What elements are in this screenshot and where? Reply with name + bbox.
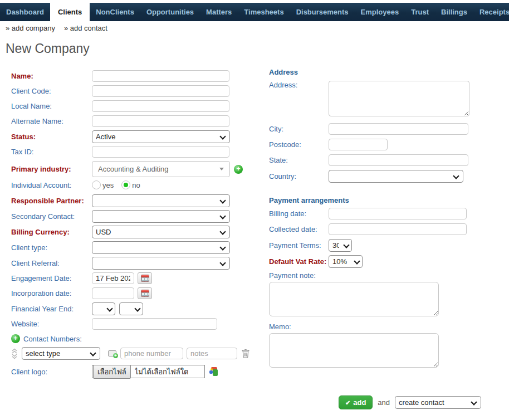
- postcode-input[interactable]: [329, 139, 388, 150]
- name-input[interactable]: [92, 70, 229, 82]
- tab-dashboard[interactable]: Dashboard: [0, 3, 50, 21]
- billing-date-label: Billing date:: [269, 209, 329, 218]
- collected-date-label: Collected date:: [269, 225, 329, 233]
- breadcrumb: » add company » add contact: [6, 24, 107, 32]
- add-phone-icon[interactable]: [108, 350, 116, 356]
- address-label: Address:: [269, 81, 329, 89]
- country-select[interactable]: [329, 170, 463, 183]
- alternate-name-input[interactable]: [92, 115, 229, 127]
- client-logo-file-input[interactable]: เลือกไฟล์ ไม่ได้เลือกไฟล์ใด: [92, 365, 205, 378]
- city-input[interactable]: [329, 123, 468, 135]
- reorder-handle-icon[interactable]: [11, 348, 18, 359]
- delete-phone-icon[interactable]: [242, 349, 249, 358]
- choose-file-button[interactable]: เลือกไฟล์: [93, 365, 131, 379]
- vat-rate-select[interactable]: 10%: [329, 255, 363, 268]
- check-icon: [345, 398, 350, 407]
- engagement-date-label: Engagement Date:: [11, 274, 92, 282]
- tab-billings[interactable]: Billings: [435, 3, 473, 21]
- alternate-name-row: Alternate Name:: [11, 115, 265, 127]
- default-vat-rate-row: Default Vat Rate: 10%: [269, 255, 506, 268]
- payment-note-textarea[interactable]: [269, 282, 439, 316]
- incorporation-date-input[interactable]: [92, 287, 134, 299]
- add-contact-link[interactable]: » add contact: [64, 24, 107, 32]
- phone-notes-input[interactable]: [187, 348, 237, 359]
- website-row: Website:: [11, 318, 265, 330]
- responsible-partner-label: Responsible Partner:: [11, 197, 92, 205]
- client-code-input[interactable]: [92, 85, 229, 97]
- add-company-link[interactable]: » add company: [6, 24, 55, 32]
- address-textarea[interactable]: [329, 81, 469, 116]
- tab-disbursements[interactable]: Disbursements: [290, 3, 355, 21]
- left-form-column: Name: Client Code: Local Name: Alternate…: [11, 70, 265, 382]
- individual-account-no-radio[interactable]: [121, 180, 130, 189]
- client-referral-row: Client Referral:: [11, 257, 265, 270]
- tab-nonclients[interactable]: NonClients: [90, 3, 140, 21]
- tab-clients[interactable]: Clients: [50, 3, 90, 21]
- local-name-row: Local Name:: [11, 100, 265, 112]
- add-contact-number-button[interactable]: [11, 334, 20, 343]
- billing-currency-select[interactable]: USD: [92, 226, 230, 238]
- primary-industry-label: Primary industry:: [11, 165, 92, 173]
- engagement-date-row: Engagement Date:: [11, 272, 265, 284]
- primary-industry-combobox[interactable]: Accounting & Auditing: [92, 161, 230, 177]
- after-add-action-select[interactable]: create contact: [395, 396, 481, 409]
- status-row: Status: Active: [11, 130, 265, 143]
- incorporation-calendar-button[interactable]: [138, 287, 152, 299]
- state-label: State:: [269, 156, 329, 164]
- tab-trust[interactable]: Trust: [405, 3, 435, 21]
- secondary-contact-select[interactable]: [92, 210, 230, 223]
- and-text: and: [378, 398, 390, 407]
- phone-type-select-wrap: select type: [22, 347, 100, 360]
- local-name-input[interactable]: [92, 100, 229, 112]
- status-select[interactable]: Active: [92, 130, 230, 143]
- phone-number-input[interactable]: [120, 348, 183, 359]
- payment-terms-row: Payment Terms: 30: [269, 239, 506, 252]
- client-type-select[interactable]: [92, 241, 230, 254]
- collected-date-input[interactable]: [329, 223, 467, 235]
- contact-numbers-header: Contact Numbers:: [11, 334, 265, 343]
- memo-textarea[interactable]: [269, 333, 439, 368]
- fy-day-select[interactable]: [92, 302, 115, 315]
- memo-label: Memo:: [269, 323, 506, 331]
- mini-plus-icon: [113, 353, 118, 358]
- tab-opportunities[interactable]: Opportunities: [140, 3, 200, 21]
- primary-industry-row: Primary industry: Accounting & Auditing: [11, 161, 265, 177]
- individual-account-label: Individual Account:: [11, 181, 92, 189]
- address-row: Address:: [269, 81, 506, 116]
- tab-receipts[interactable]: Receipts: [473, 3, 509, 21]
- engagement-date-input[interactable]: [92, 272, 134, 284]
- address-section-header: Address: [269, 68, 506, 76]
- state-input[interactable]: [329, 154, 468, 166]
- phone-type-select[interactable]: select type: [22, 347, 100, 360]
- payment-terms-select-wrap: 30: [329, 239, 352, 252]
- tab-timesheets[interactable]: Timesheets: [238, 3, 290, 21]
- add-button[interactable]: add: [339, 395, 373, 409]
- default-vat-rate-label: Default Vat Rate:: [269, 257, 329, 266]
- responsible-partner-row: Responsible Partner:: [11, 194, 265, 207]
- fy-month-select[interactable]: [119, 302, 143, 315]
- image-picker-icon[interactable]: [209, 367, 218, 376]
- calendar-icon: [141, 290, 149, 297]
- individual-account-yes-radio[interactable]: [92, 180, 101, 189]
- add-industry-button[interactable]: [234, 165, 243, 174]
- after-add-action-select-wrap: create contact: [395, 396, 481, 409]
- payment-terms-label: Payment Terms:: [269, 241, 329, 250]
- postcode-label: Postcode:: [269, 140, 329, 149]
- website-input[interactable]: [92, 318, 217, 330]
- billing-date-input[interactable]: [329, 208, 467, 219]
- billing-currency-label: Billing Currency:: [11, 228, 92, 236]
- incorporation-date-label: Incorporation date:: [11, 289, 92, 297]
- collected-date-row: Collected date:: [269, 223, 506, 235]
- postcode-row: Postcode:: [269, 139, 506, 150]
- tab-matters[interactable]: Matters: [200, 3, 238, 21]
- country-select-wrap: [329, 170, 463, 183]
- tax-id-input[interactable]: [92, 146, 229, 158]
- responsible-partner-select[interactable]: [92, 194, 230, 207]
- engagement-calendar-button[interactable]: [138, 272, 152, 284]
- section-spacer: [269, 183, 506, 196]
- payment-terms-select[interactable]: 30: [329, 239, 352, 252]
- tab-employees[interactable]: Employees: [355, 3, 405, 21]
- name-row: Name:: [11, 70, 265, 82]
- client-referral-select[interactable]: [92, 257, 230, 270]
- contact-number-row: select type: [11, 347, 265, 360]
